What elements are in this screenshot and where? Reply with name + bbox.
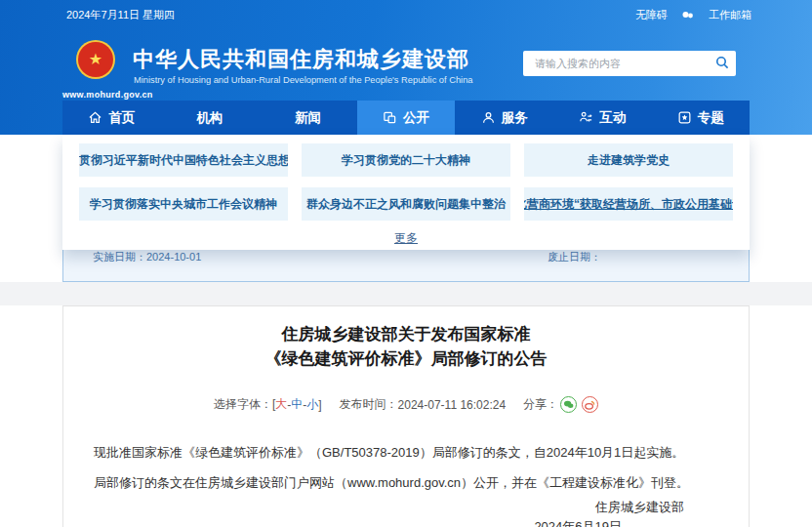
nav-label: 服务	[502, 109, 528, 127]
nav-label: 互动	[599, 109, 626, 127]
hands-icon	[681, 10, 695, 21]
home-icon	[88, 110, 102, 125]
person-arrows-icon	[579, 110, 593, 125]
work-mailbox-link[interactable]: 工作邮箱	[709, 8, 751, 22]
nav-label: 新闻	[295, 109, 321, 127]
open-dropdown-panel: 学习贯彻习近平新时代中国特色社会主义思想主... 学习贯彻党的二十大精神 走进建…	[62, 135, 750, 250]
site-title: 中华人民共和国住房和城乡建设部	[133, 45, 469, 74]
article-title: 住房城乡建设部关于发布国家标准 《绿色建筑评价标准》局部修订的公告	[63, 322, 749, 371]
article-card: 住房城乡建设部关于发布国家标准 《绿色建筑评价标准》局部修订的公告 选择字体：[…	[62, 305, 750, 527]
nav-item-org[interactable]: 机构	[161, 101, 260, 135]
article-paragraph: 现批准国家标准《绿色建筑评价标准》（GB/T50378-2019）局部修订的条文…	[94, 444, 723, 462]
site-title-english: Ministry of Housing and Urban-Rural Deve…	[134, 75, 473, 85]
nav-label: 机构	[196, 109, 223, 127]
nav-label: 首页	[108, 109, 135, 127]
wechat-icon[interactable]	[560, 396, 577, 413]
share-label: 分享：	[523, 396, 558, 413]
font-size-small[interactable]: 小	[306, 396, 318, 413]
dropdown-more-row: 更多	[62, 228, 750, 247]
nav-item-open[interactable]: 公开	[357, 101, 456, 135]
implement-date-label: 实施日期：	[93, 251, 146, 263]
dropdown-link[interactable]: 走进建筑学党史	[524, 143, 733, 177]
dropdown-links-grid: 学习贯彻习近平新时代中国特色社会主义思想主... 学习贯彻党的二十大精神 走进建…	[79, 143, 733, 221]
publish-time-value: 2024-07-11 16:02:24	[398, 398, 507, 412]
search-box	[523, 51, 736, 76]
nav-item-service[interactable]: 服务	[455, 101, 553, 135]
person-icon	[481, 110, 496, 125]
implement-date-value: 2024-10-01	[146, 251, 201, 263]
star-badge-icon	[677, 110, 692, 125]
nav-item-home[interactable]: 首页	[62, 101, 161, 135]
nav-item-interact[interactable]: 互动	[553, 101, 652, 135]
dropdown-link[interactable]: 群众身边不正之风和腐败问题集中整治	[302, 187, 510, 221]
dropdown-link[interactable]: 学习贯彻习近平新时代中国特色社会主义思想主...	[79, 143, 288, 177]
article-paragraph: 局部修订的条文在住房城乡建设部门户网站（www.mohurd.gov.cn）公开…	[94, 474, 723, 492]
nav-item-news[interactable]: 新闻	[259, 101, 357, 135]
accessibility-link[interactable]: 无障碍	[635, 8, 668, 22]
article-title-line2: 《绿色建筑评价标准》局部修订的公告	[63, 346, 749, 371]
documents-icon	[383, 110, 397, 125]
nav-label: 专题	[698, 109, 724, 127]
font-size-large[interactable]: 大	[275, 396, 287, 413]
dropdown-link[interactable]: 学习贯彻党的二十大精神	[302, 143, 510, 177]
article-title-line1: 住房城乡建设部关于发布国家标准	[63, 322, 749, 346]
more-link[interactable]: 更多	[394, 231, 418, 245]
search-button[interactable]	[709, 51, 736, 76]
national-emblem: ★	[78, 42, 113, 77]
article-meta-row: 选择字体：[大 - 中 - 小] 发布时间：2024-07-11 16:02:2…	[63, 396, 749, 413]
font-size-medium[interactable]: 中	[291, 396, 303, 413]
site-url: www.mohurd.gov.cn	[62, 90, 153, 100]
search-icon	[715, 56, 729, 72]
article-signature: 住房城乡建设部	[595, 499, 684, 516]
font-select-label: 选择字体：[	[214, 396, 275, 413]
topbar-links: 无障碍 工作邮箱	[635, 8, 751, 22]
main-nav: 首页 机构 新闻 公开 服务	[62, 101, 750, 135]
dropdown-link[interactable]: 优化营商环境“获取经营场所、市政公用基础设...	[524, 187, 733, 221]
dropdown-link[interactable]: 学习贯彻落实中央城市工作会议精神	[79, 187, 288, 221]
publish-time-label: 发布时间：	[340, 396, 398, 413]
weibo-icon[interactable]	[582, 396, 598, 413]
article-signature-date: 2024年6月19日	[534, 518, 622, 527]
nav-item-special[interactable]: 专题	[651, 101, 750, 135]
page-divider-band	[0, 282, 812, 305]
repeal-date-label: 废止日期：	[548, 250, 601, 264]
topbar: 2024年7月11日 星期四 无障碍 工作邮箱	[0, 0, 812, 29]
search-input[interactable]	[523, 58, 709, 69]
page: 2024年7月11日 星期四 无障碍 工作邮箱 ★ www.mohurd.gov…	[0, 0, 812, 527]
font-select-close: ]	[318, 398, 321, 412]
current-date: 2024年7月11日 星期四	[66, 8, 175, 22]
nav-label: 公开	[403, 109, 429, 127]
